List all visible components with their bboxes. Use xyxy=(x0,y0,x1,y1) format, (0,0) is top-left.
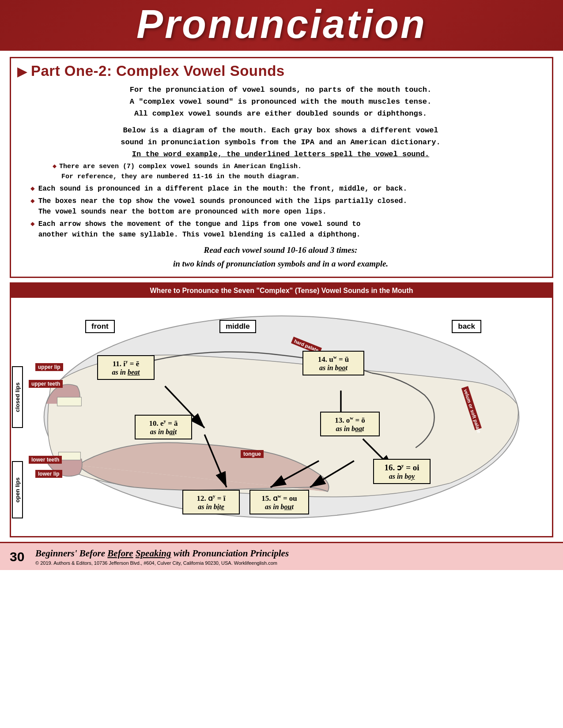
instruction-2: in two kinds of pronunciation symbols an… xyxy=(17,257,544,270)
intro-line3: All complex vowel sounds are either doub… xyxy=(17,108,544,120)
instruction-1: Read each vowel sound 10-16 aloud 3 time… xyxy=(17,244,544,257)
intro-lines-456: Below is a diagram of the mouth. Each gr… xyxy=(17,124,544,161)
sub-bullet-1b: For reference, they are numbered 11-16 i… xyxy=(53,172,544,182)
footer: 30 Beginners' Before Before Speaking wit… xyxy=(0,542,563,570)
diagram-section: Where to Pronounce the Seven "Complex" (… xyxy=(10,282,553,537)
vowel-box-14: 14. uw = ū as in boot xyxy=(302,351,364,375)
upper-teeth-label: upper teeth xyxy=(29,380,63,388)
vowel-box-13: 13. ow = ō as in boat xyxy=(320,412,380,436)
lower-teeth-label: lower teeth xyxy=(29,456,62,464)
bullet-3: ◆ The boxes near the top show the vowel … xyxy=(17,196,544,217)
vowel-box-10: 10. ey = ā as in bait xyxy=(135,415,192,439)
part-title-row: ▶ Part One-2: Complex Vowel Sounds xyxy=(17,63,544,79)
diagram-header: Where to Pronounce the Seven "Complex" (… xyxy=(11,284,552,298)
footer-copyright: © 2019. Authors & Editors, 10736 Jeffers… xyxy=(35,560,289,566)
sub-bullet-1a: ◆ There are seven (7) complex vowel soun… xyxy=(53,162,544,172)
open-lips-label: open lips xyxy=(12,461,23,518)
footer-title-row: Beginners' Before Before Speaking with P… xyxy=(35,548,289,559)
part-section: ▶ Part One-2: Complex Vowel Sounds For t… xyxy=(10,57,553,278)
sub-bullets: ◆ There are seven (7) complex vowel soun… xyxy=(17,162,544,182)
bullet-2: ◆ Each sound is pronounced in a differen… xyxy=(17,184,544,194)
lower-lip-label: lower lip xyxy=(35,470,62,478)
back-label: back xyxy=(452,320,481,333)
diagram-body: closed lips open lips front middle back … xyxy=(11,298,552,536)
svg-rect-1 xyxy=(57,397,82,406)
vowel-box-11: 11. iy = ē as in beat xyxy=(97,355,155,380)
footer-before-u: Before xyxy=(107,548,133,559)
footer-script: Speaking xyxy=(136,548,171,559)
part-title: Part One-2: Complex Vowel Sounds xyxy=(31,63,285,79)
closed-lips-label: closed lips xyxy=(12,366,23,428)
bullet-4: ◆ Each arrow shows the movement of the t… xyxy=(17,219,544,240)
tongue-label: tongue xyxy=(241,450,264,458)
footer-after: with Pronunciation Principles xyxy=(171,548,289,559)
front-label: front xyxy=(85,320,115,333)
upper-lip-label: upper lip xyxy=(35,363,63,371)
part-arrow: ▶ xyxy=(17,64,27,79)
vowel-box-16: 16. ɔy = oi as in boy xyxy=(373,459,431,484)
footer-before: Beginners' Before xyxy=(35,548,107,559)
middle-label: middle xyxy=(219,320,256,333)
vowel-box-12: 12. ɑy = ī as in bite xyxy=(182,490,240,514)
intro-line1: For the pronunciation of vowel sounds, n… xyxy=(17,84,544,96)
footer-content: Beginners' Before Before Speaking with P… xyxy=(35,548,289,566)
vowel-box-15: 15. ɑw = ou as in bout xyxy=(249,490,309,514)
intro-line2: A "complex vowel sound" is pronounced wi… xyxy=(17,96,544,108)
header: Pronunciation xyxy=(0,0,563,51)
header-title: Pronunciation xyxy=(128,2,435,47)
instruction: Read each vowel sound 10-16 aloud 3 time… xyxy=(17,244,544,270)
footer-page-num: 30 xyxy=(10,549,27,564)
